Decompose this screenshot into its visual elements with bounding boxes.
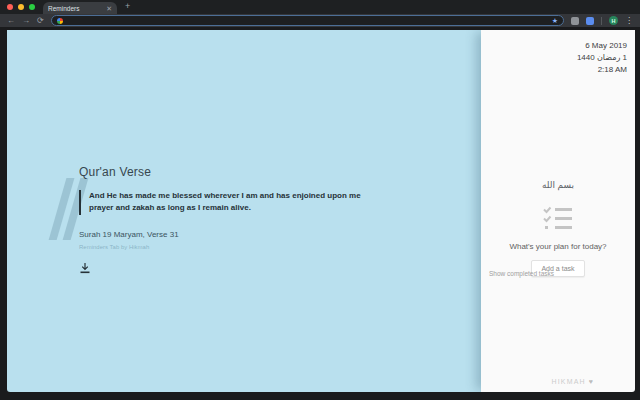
maximize-window-button[interactable] bbox=[29, 4, 35, 10]
bismillah-text: بسم الله bbox=[481, 180, 635, 190]
download-icon bbox=[80, 263, 90, 274]
plan-prompt: What's your plan for today? bbox=[481, 242, 635, 251]
tab-title: Reminders bbox=[48, 5, 102, 12]
tab-close-icon[interactable]: ✕ bbox=[106, 5, 112, 12]
verse-reference: Surah 19 Maryam, Verse 31 bbox=[79, 230, 409, 239]
extension-icon[interactable] bbox=[586, 17, 594, 25]
verse-panel: Qur'an Verse And He has made me blessed … bbox=[7, 30, 481, 392]
gregorian-date: 6 May 2019 bbox=[577, 40, 627, 52]
clock-time: 2:18 AM bbox=[577, 64, 627, 76]
verse-heading: Qur'an Verse bbox=[79, 165, 409, 179]
datetime-block: 6 May 2019 1 رمضان 1440 2:18 AM bbox=[577, 40, 627, 76]
site-favicon-icon bbox=[57, 18, 63, 24]
heart-icon: ♥ bbox=[589, 378, 593, 385]
url-input[interactable] bbox=[67, 17, 548, 24]
show-completed-link[interactable]: Show completed tasks bbox=[489, 270, 554, 277]
profile-avatar[interactable]: H bbox=[609, 16, 618, 25]
new-tab-button[interactable]: + bbox=[125, 1, 130, 14]
back-icon[interactable]: ← bbox=[7, 17, 15, 25]
bookmark-star-icon[interactable]: ★ bbox=[552, 17, 558, 25]
minimize-window-button[interactable] bbox=[18, 4, 24, 10]
brand-footer: HIKMAH ♥ bbox=[551, 378, 593, 385]
tasks-empty-state: بسم الله What's your plan fo bbox=[481, 180, 635, 277]
tasks-sidebar: 6 May 2019 1 رمضان 1440 2:18 AM بسم الله bbox=[481, 30, 635, 392]
browser-toolbar: ← → ⟳ ★ H ⋮ bbox=[0, 14, 640, 30]
browser-menu-icon[interactable]: ⋮ bbox=[625, 17, 633, 25]
page: Qur'an Verse And He has made me blessed … bbox=[7, 30, 635, 392]
extension-icon[interactable] bbox=[571, 17, 579, 25]
page-background: Qur'an Verse And He has made me blessed … bbox=[0, 30, 640, 400]
browser-window: Reminders ✕ + ← → ⟳ ★ H ⋮ bbox=[0, 0, 640, 400]
window-controls bbox=[0, 4, 43, 14]
close-window-button[interactable] bbox=[7, 4, 13, 10]
reload-icon[interactable]: ⟳ bbox=[37, 17, 44, 25]
toolbar-divider bbox=[601, 17, 602, 25]
hijri-date: 1 رمضان 1440 bbox=[577, 52, 627, 64]
tab-strip: Reminders ✕ + bbox=[0, 0, 640, 14]
brand-name: HIKMAH bbox=[551, 378, 585, 385]
forward-icon[interactable]: → bbox=[22, 17, 30, 25]
verse-block: Qur'an Verse And He has made me blessed … bbox=[79, 165, 409, 275]
address-bar[interactable]: ★ bbox=[51, 15, 564, 26]
verse-text: And He has made me blessed wherever I am… bbox=[79, 190, 379, 215]
download-button[interactable] bbox=[79, 263, 91, 275]
credit-text: Reminders Tab by Hikmah bbox=[79, 244, 409, 250]
browser-tab[interactable]: Reminders ✕ bbox=[43, 2, 117, 14]
checklist-icon bbox=[542, 205, 574, 233]
